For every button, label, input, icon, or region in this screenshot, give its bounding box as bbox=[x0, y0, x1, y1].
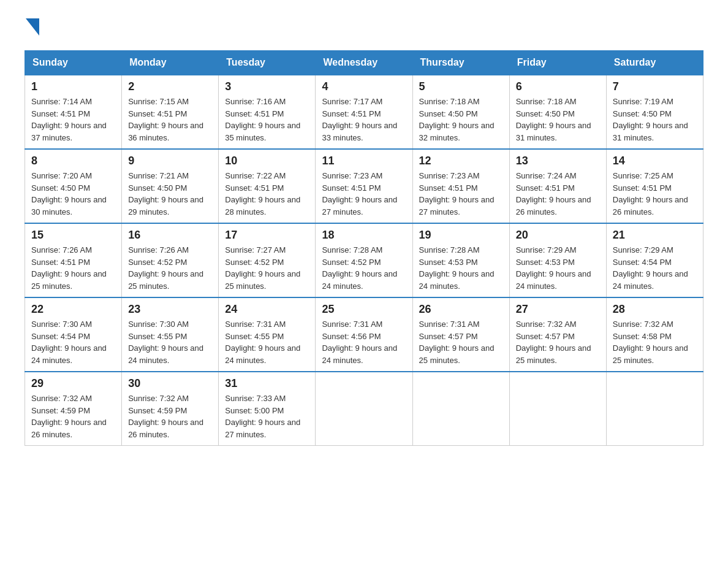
day-number: 6 bbox=[516, 80, 600, 93]
day-info: Sunrise: 7:28 AM Sunset: 4:52 PM Dayligh… bbox=[322, 244, 406, 292]
day-number: 21 bbox=[613, 229, 697, 242]
calendar-week-row: 15 Sunrise: 7:26 AM Sunset: 4:51 PM Dayl… bbox=[25, 223, 703, 297]
day-info: Sunrise: 7:27 AM Sunset: 4:52 PM Dayligh… bbox=[225, 244, 309, 292]
calendar-cell: 9 Sunrise: 7:21 AM Sunset: 4:50 PM Dayli… bbox=[122, 149, 219, 223]
day-number: 20 bbox=[516, 229, 600, 242]
weekday-header-saturday: Saturday bbox=[606, 51, 703, 75]
calendar-cell: 4 Sunrise: 7:17 AM Sunset: 4:51 PM Dayli… bbox=[316, 75, 412, 149]
calendar-cell: 24 Sunrise: 7:31 AM Sunset: 4:55 PM Dayl… bbox=[219, 297, 316, 372]
calendar-cell: 11 Sunrise: 7:23 AM Sunset: 4:51 PM Dayl… bbox=[316, 149, 412, 223]
calendar-cell: 15 Sunrise: 7:26 AM Sunset: 4:51 PM Dayl… bbox=[25, 223, 122, 297]
calendar-week-row: 29 Sunrise: 7:32 AM Sunset: 4:59 PM Dayl… bbox=[25, 372, 703, 446]
calendar-cell bbox=[316, 372, 412, 446]
calendar-cell: 22 Sunrise: 7:30 AM Sunset: 4:54 PM Dayl… bbox=[25, 297, 122, 372]
day-info: Sunrise: 7:24 AM Sunset: 4:51 PM Dayligh… bbox=[516, 170, 600, 218]
day-number: 26 bbox=[419, 303, 503, 316]
svg-marker-0 bbox=[26, 18, 39, 36]
calendar-cell: 6 Sunrise: 7:18 AM Sunset: 4:50 PM Dayli… bbox=[509, 75, 606, 149]
weekday-header-thursday: Thursday bbox=[412, 51, 509, 75]
day-number: 3 bbox=[225, 80, 309, 93]
weekday-header-monday: Monday bbox=[122, 51, 219, 75]
calendar-cell: 10 Sunrise: 7:22 AM Sunset: 4:51 PM Dayl… bbox=[219, 149, 316, 223]
calendar-cell: 31 Sunrise: 7:33 AM Sunset: 5:00 PM Dayl… bbox=[219, 372, 316, 446]
day-number: 22 bbox=[31, 303, 115, 316]
calendar-table: SundayMondayTuesdayWednesdayThursdayFrid… bbox=[25, 50, 703, 446]
day-info: Sunrise: 7:18 AM Sunset: 4:50 PM Dayligh… bbox=[516, 96, 600, 144]
calendar-week-row: 1 Sunrise: 7:14 AM Sunset: 4:51 PM Dayli… bbox=[25, 75, 703, 149]
calendar-cell: 2 Sunrise: 7:15 AM Sunset: 4:51 PM Dayli… bbox=[122, 75, 219, 149]
day-info: Sunrise: 7:20 AM Sunset: 4:50 PM Dayligh… bbox=[31, 170, 115, 218]
calendar-cell: 27 Sunrise: 7:32 AM Sunset: 4:57 PM Dayl… bbox=[509, 297, 606, 372]
logo-triangle-icon bbox=[26, 18, 39, 36]
day-number: 2 bbox=[128, 80, 212, 93]
day-info: Sunrise: 7:32 AM Sunset: 4:59 PM Dayligh… bbox=[31, 393, 115, 440]
day-number: 7 bbox=[613, 80, 697, 93]
weekday-header-friday: Friday bbox=[509, 51, 606, 75]
calendar-cell: 16 Sunrise: 7:26 AM Sunset: 4:52 PM Dayl… bbox=[122, 223, 219, 297]
day-number: 17 bbox=[225, 229, 309, 242]
day-number: 14 bbox=[613, 155, 697, 167]
weekday-header-row: SundayMondayTuesdayWednesdayThursdayFrid… bbox=[25, 51, 703, 75]
day-number: 16 bbox=[128, 229, 212, 242]
day-info: Sunrise: 7:26 AM Sunset: 4:51 PM Dayligh… bbox=[31, 244, 115, 292]
page-header bbox=[25, 18, 703, 38]
day-info: Sunrise: 7:33 AM Sunset: 5:00 PM Dayligh… bbox=[225, 393, 309, 440]
calendar-week-row: 22 Sunrise: 7:30 AM Sunset: 4:54 PM Dayl… bbox=[25, 297, 703, 372]
day-info: Sunrise: 7:28 AM Sunset: 4:53 PM Dayligh… bbox=[419, 244, 503, 292]
day-number: 23 bbox=[128, 303, 212, 316]
day-info: Sunrise: 7:19 AM Sunset: 4:50 PM Dayligh… bbox=[613, 96, 697, 144]
day-info: Sunrise: 7:23 AM Sunset: 4:51 PM Dayligh… bbox=[322, 170, 406, 218]
calendar-cell: 17 Sunrise: 7:27 AM Sunset: 4:52 PM Dayl… bbox=[219, 223, 316, 297]
day-number: 1 bbox=[31, 80, 115, 93]
day-info: Sunrise: 7:32 AM Sunset: 4:59 PM Dayligh… bbox=[128, 393, 212, 440]
day-number: 8 bbox=[31, 155, 115, 167]
calendar-cell: 30 Sunrise: 7:32 AM Sunset: 4:59 PM Dayl… bbox=[122, 372, 219, 446]
calendar-cell: 13 Sunrise: 7:24 AM Sunset: 4:51 PM Dayl… bbox=[509, 149, 606, 223]
calendar-cell: 8 Sunrise: 7:20 AM Sunset: 4:50 PM Dayli… bbox=[25, 149, 122, 223]
day-info: Sunrise: 7:22 AM Sunset: 4:51 PM Dayligh… bbox=[225, 170, 309, 218]
weekday-header-sunday: Sunday bbox=[25, 51, 122, 75]
day-info: Sunrise: 7:29 AM Sunset: 4:53 PM Dayligh… bbox=[516, 244, 600, 292]
day-number: 24 bbox=[225, 303, 309, 316]
day-number: 30 bbox=[128, 377, 212, 390]
calendar-cell: 28 Sunrise: 7:32 AM Sunset: 4:58 PM Dayl… bbox=[606, 297, 703, 372]
calendar-week-row: 8 Sunrise: 7:20 AM Sunset: 4:50 PM Dayli… bbox=[25, 149, 703, 223]
day-number: 19 bbox=[419, 229, 503, 242]
day-info: Sunrise: 7:18 AM Sunset: 4:50 PM Dayligh… bbox=[419, 96, 503, 144]
calendar-cell: 12 Sunrise: 7:23 AM Sunset: 4:51 PM Dayl… bbox=[412, 149, 509, 223]
weekday-header-tuesday: Tuesday bbox=[219, 51, 316, 75]
day-info: Sunrise: 7:15 AM Sunset: 4:51 PM Dayligh… bbox=[128, 96, 212, 144]
calendar-cell: 29 Sunrise: 7:32 AM Sunset: 4:59 PM Dayl… bbox=[25, 372, 122, 446]
day-info: Sunrise: 7:17 AM Sunset: 4:51 PM Dayligh… bbox=[322, 96, 406, 144]
day-info: Sunrise: 7:23 AM Sunset: 4:51 PM Dayligh… bbox=[419, 170, 503, 218]
day-number: 15 bbox=[31, 229, 115, 242]
day-info: Sunrise: 7:29 AM Sunset: 4:54 PM Dayligh… bbox=[613, 244, 697, 292]
calendar-cell: 19 Sunrise: 7:28 AM Sunset: 4:53 PM Dayl… bbox=[412, 223, 509, 297]
day-info: Sunrise: 7:31 AM Sunset: 4:56 PM Dayligh… bbox=[322, 318, 406, 366]
calendar-cell bbox=[509, 372, 606, 446]
day-number: 13 bbox=[516, 155, 600, 167]
day-info: Sunrise: 7:32 AM Sunset: 4:57 PM Dayligh… bbox=[516, 318, 600, 366]
day-number: 5 bbox=[419, 80, 503, 93]
day-number: 4 bbox=[322, 80, 406, 93]
day-info: Sunrise: 7:16 AM Sunset: 4:51 PM Dayligh… bbox=[225, 96, 309, 144]
day-number: 12 bbox=[419, 155, 503, 167]
day-info: Sunrise: 7:30 AM Sunset: 4:54 PM Dayligh… bbox=[31, 318, 115, 366]
day-info: Sunrise: 7:31 AM Sunset: 4:57 PM Dayligh… bbox=[419, 318, 503, 366]
calendar-cell: 25 Sunrise: 7:31 AM Sunset: 4:56 PM Dayl… bbox=[316, 297, 412, 372]
day-info: Sunrise: 7:14 AM Sunset: 4:51 PM Dayligh… bbox=[31, 96, 115, 144]
calendar-cell: 5 Sunrise: 7:18 AM Sunset: 4:50 PM Dayli… bbox=[412, 75, 509, 149]
day-number: 11 bbox=[322, 155, 406, 167]
weekday-header-wednesday: Wednesday bbox=[316, 51, 412, 75]
calendar-cell: 20 Sunrise: 7:29 AM Sunset: 4:53 PM Dayl… bbox=[509, 223, 606, 297]
day-info: Sunrise: 7:31 AM Sunset: 4:55 PM Dayligh… bbox=[225, 318, 309, 366]
calendar-cell: 1 Sunrise: 7:14 AM Sunset: 4:51 PM Dayli… bbox=[25, 75, 122, 149]
calendar-cell: 21 Sunrise: 7:29 AM Sunset: 4:54 PM Dayl… bbox=[606, 223, 703, 297]
calendar-cell: 26 Sunrise: 7:31 AM Sunset: 4:57 PM Dayl… bbox=[412, 297, 509, 372]
day-number: 28 bbox=[613, 303, 697, 316]
day-number: 31 bbox=[225, 377, 309, 390]
day-info: Sunrise: 7:21 AM Sunset: 4:50 PM Dayligh… bbox=[128, 170, 212, 218]
calendar-cell: 14 Sunrise: 7:25 AM Sunset: 4:51 PM Dayl… bbox=[606, 149, 703, 223]
day-number: 10 bbox=[225, 155, 309, 167]
day-number: 25 bbox=[322, 303, 406, 316]
